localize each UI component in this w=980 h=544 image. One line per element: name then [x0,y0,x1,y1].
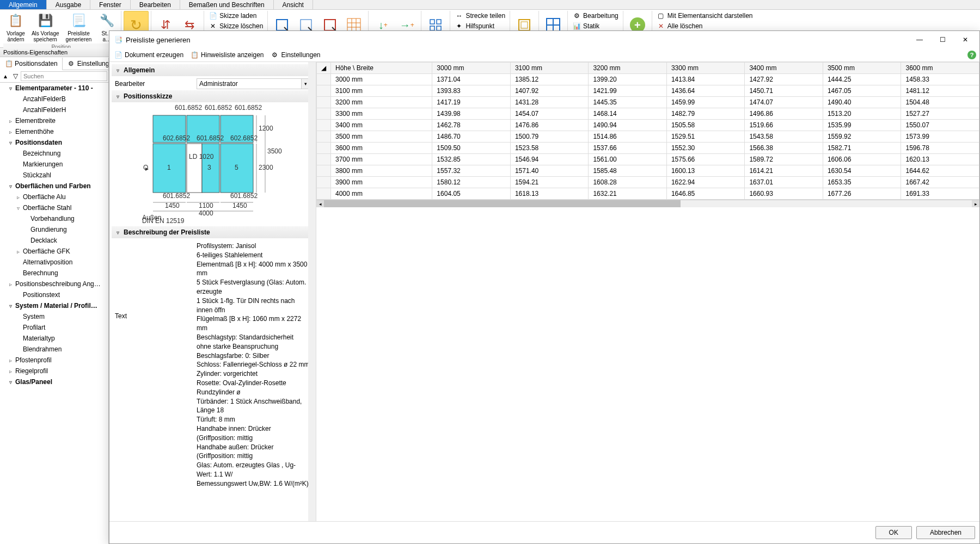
table-row[interactable]: 3500 mm1486.701500.791514.861529.511543.… [317,131,979,143]
up-arrow-icon[interactable]: ▴ [1,72,10,81]
table-corner-header[interactable]: Höhe \ Breite [331,63,432,74]
table-col-header[interactable]: 3200 mm [589,63,667,74]
tree-item[interactable]: AnzahlFelderB [0,94,108,104]
ribbon-tab-allgemein[interactable]: Allgemein [0,0,47,9]
tree-item[interactable]: Vorbehandlung [0,213,108,224]
bearbeitung-button[interactable]: ⚙Bearbeitung [570,11,621,21]
tree-item[interactable]: Berechnung [0,268,108,279]
settings-button[interactable]: ⚙Einstellungen [270,51,320,59]
table-col-header[interactable]: 3300 mm [666,63,745,74]
filter-icon[interactable]: ▽ [11,72,20,81]
scroll-thumb[interactable] [324,200,681,207]
table-col-header[interactable]: 3100 mm [510,63,589,74]
delete-all-button[interactable]: ✕Alle löschen [654,21,755,31]
delete-sketch-button[interactable]: ✕Skizze löschen [206,21,265,31]
element-view-button[interactable]: ▢Mit Elementansicht darstellen [654,11,755,21]
tree-item[interactable]: Decklack [0,235,108,246]
load-sketch-button[interactable]: 📄Skizze laden [206,11,265,21]
table-row[interactable]: 3800 mm1557.321571.401585.481600.131614.… [317,165,979,177]
minimize-button[interactable]: — [910,33,929,46]
section-sketch[interactable]: ▿Positionsskizze [112,90,314,102]
section-description[interactable]: ▿Beschreibung der Preisliste [112,226,314,238]
table-row[interactable]: 3900 mm1580.121594.211608.281622.941637.… [317,177,979,188]
tree-item[interactable]: ▿System / Material / Profil… [0,300,108,311]
table-col-header[interactable]: 3400 mm [745,63,823,74]
table-col-header[interactable]: 3500 mm [823,63,901,74]
split-track-button[interactable]: ↔Strecke teilen [452,11,507,21]
ribbon-tab-bearbeiten[interactable]: Bearbeiten [131,0,180,9]
price-cell: 1417.19 [432,97,511,108]
tree-item[interactable]: ▿Oberflächen und Farben [0,181,108,191]
row-selector[interactable] [317,120,331,131]
row-selector[interactable] [317,165,331,177]
ribbon-tab-fenster[interactable]: Fenster [90,0,131,9]
ribbon-tab-ansicht[interactable]: Ansicht [274,0,313,9]
tree-item[interactable]: Bezeichnung [0,148,108,159]
table-row[interactable]: 3100 mm1393.831407.921421.991436.641450.… [317,85,979,97]
row-selector[interactable] [317,108,331,120]
tree-item[interactable]: Stückzahl [0,170,108,181]
ribbon-tab-bemaßen und beschriften[interactable]: Bemaßen und Beschriften [180,0,274,9]
ok-button[interactable]: OK [875,526,912,539]
tree-item[interactable]: ▿Glas/Paneel [0,376,108,387]
tree-item[interactable]: ▿Positionsdaten [0,137,108,148]
row-selector[interactable] [317,188,331,200]
tree-item[interactable]: ▿Elementparameter - 110 - [0,83,108,94]
row-selector[interactable] [317,74,331,85]
left-scrollbar[interactable] [308,62,316,521]
tree-item[interactable]: ▹Elementhöhe [0,126,108,137]
position-btn-0[interactable]: 📋Vorlageändern [3,11,28,44]
tree-item[interactable]: ▹Positionsbeschreibung Ang… [0,279,108,289]
tree-item[interactable]: ▹Oberfläche Alu [0,191,108,202]
tree-item[interactable]: Profilart [0,322,108,333]
table-col-header[interactable]: 3600 mm [901,63,979,74]
row-selector[interactable] [317,154,331,165]
tree-item[interactable]: ▹Pfostenprofil [0,355,108,366]
maximize-button[interactable]: ☐ [933,33,952,46]
search-input[interactable] [21,71,107,81]
tree-item[interactable]: Blendrahmen [0,344,108,355]
editor-combo[interactable]: Administrator ▾ [197,78,310,89]
statik-button[interactable]: 📊Statik [570,21,621,31]
row-selector[interactable] [317,97,331,108]
row-selector[interactable] [317,143,331,154]
tree-item[interactable]: Grundierung [0,224,108,235]
tree-item[interactable]: Markierungen [0,159,108,170]
tree-item[interactable]: ▹Oberfläche GFK [0,246,108,257]
tree-item[interactable]: Materialtyp [0,333,108,344]
table-row[interactable]: 3200 mm1417.191431.281445.351459.991474.… [317,97,979,108]
help-button[interactable]: ? [967,51,976,59]
horizontal-scrollbar[interactable]: ◂ ▸ [316,200,979,207]
tree-item[interactable]: Positionstext [0,289,108,300]
row-selector[interactable] [317,85,331,97]
table-row[interactable]: 3400 mm1462.781476.861490.941505.581519.… [317,120,979,131]
tab-einstellung[interactable]: ⚙Einstellung… [63,58,109,70]
tree-item[interactable]: ▿Oberfläche Stahl [0,202,108,213]
position-btn-2[interactable]: 📃Preislistegenerieren [63,11,95,44]
tab-positionsdaten[interactable]: 📋Positionsdaten [0,58,63,70]
help-point-button[interactable]: ✦Hilfspunkt [452,21,507,31]
tree-item[interactable]: Alternativposition [0,257,108,268]
scroll-right-arrow[interactable]: ▸ [972,200,979,207]
section-general[interactable]: ▿Allgemein [112,64,314,76]
row-selector[interactable] [317,177,331,188]
table-row[interactable]: 4000 mm1604.051618.131632.211646.851660.… [317,188,979,200]
generate-doc-button[interactable]: 📄Dokument erzeugen [114,51,183,59]
position-btn-1[interactable]: 💾Als Vorlagespeichern [28,11,63,44]
tree-item[interactable]: ▹Riegelprofil [0,366,108,376]
row-selector[interactable] [317,131,331,143]
table-row[interactable]: 3300 mm1439.981454.071468.141482.791496.… [317,108,979,120]
scroll-left-arrow[interactable]: ◂ [316,200,324,207]
table-corner-selector[interactable]: ◢ [317,63,331,74]
close-button[interactable]: ✕ [955,33,975,46]
show-hints-button[interactable]: 📋Hinweisliste anzeigen [190,51,264,59]
table-row[interactable]: 3000 mm1371.041385.121399.201413.841427.… [317,74,979,85]
tree-item[interactable]: AnzahlFelderH [0,104,108,115]
cancel-button[interactable]: Abbrechen [916,526,975,539]
ribbon-tab-ausgabe[interactable]: Ausgabe [47,0,90,9]
tree-item[interactable]: System [0,311,108,322]
table-row[interactable]: 3600 mm1509.501523.581537.661552.301566.… [317,143,979,154]
tree-item[interactable]: ▹Elementbreite [0,115,108,126]
table-row[interactable]: 3700 mm1532.851546.941561.001575.661589.… [317,154,979,165]
table-col-header[interactable]: 3000 mm [432,63,511,74]
